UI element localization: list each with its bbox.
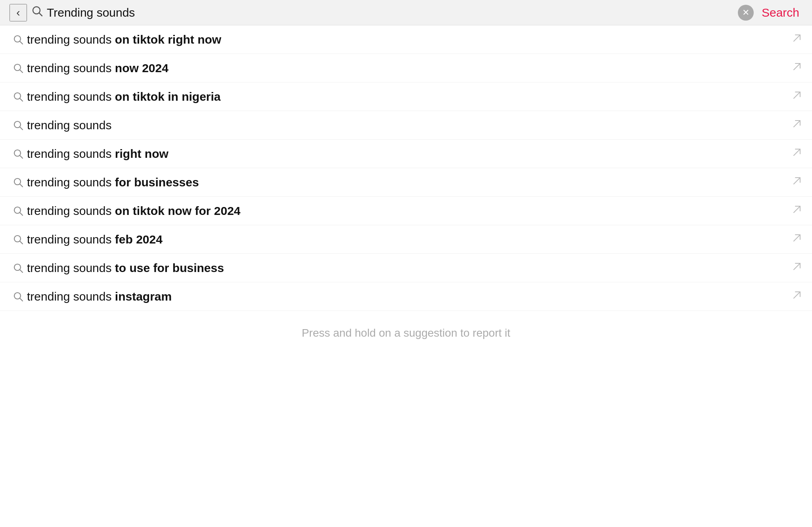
list-item[interactable]: trending sounds bbox=[0, 111, 812, 140]
list-item[interactable]: trending sounds now 2024 bbox=[0, 54, 812, 82]
svg-line-27 bbox=[20, 270, 23, 272]
search-header: ‹ Trending sounds ✕ Search bbox=[0, 0, 812, 25]
svg-line-28 bbox=[794, 263, 800, 270]
list-item[interactable]: trending sounds on tiktok in nigeria bbox=[0, 82, 812, 111]
arrow-icon bbox=[791, 33, 802, 46]
svg-line-16 bbox=[794, 149, 800, 155]
arrow-icon bbox=[791, 289, 802, 303]
back-arrow-icon: ‹ bbox=[16, 6, 20, 19]
arrow-icon bbox=[791, 118, 802, 132]
arrow-icon bbox=[791, 261, 802, 275]
back-button[interactable]: ‹ bbox=[10, 4, 27, 21]
svg-line-18 bbox=[20, 184, 23, 187]
search-icon bbox=[10, 120, 27, 130]
svg-line-21 bbox=[20, 213, 23, 215]
svg-line-10 bbox=[794, 92, 800, 98]
list-item[interactable]: trending sounds to use for business bbox=[0, 254, 812, 282]
suggestion-text: trending sounds right now bbox=[27, 147, 791, 161]
list-item[interactable]: trending sounds feb 2024 bbox=[0, 225, 812, 254]
arrow-icon bbox=[791, 175, 802, 189]
suggestion-text: trending sounds feb 2024 bbox=[27, 233, 791, 246]
svg-line-25 bbox=[794, 235, 800, 241]
search-icon bbox=[10, 63, 27, 73]
list-item[interactable]: trending sounds on tiktok now for 2024 bbox=[0, 197, 812, 225]
suggestion-text: trending sounds to use for business bbox=[27, 261, 791, 275]
arrow-icon bbox=[791, 147, 802, 161]
svg-line-1 bbox=[39, 13, 42, 16]
suggestion-text: trending sounds instagram bbox=[27, 290, 791, 303]
svg-line-22 bbox=[794, 206, 800, 213]
list-item[interactable]: trending sounds right now bbox=[0, 140, 812, 168]
clear-button[interactable]: ✕ bbox=[738, 5, 754, 21]
arrow-icon bbox=[791, 61, 802, 75]
search-icon bbox=[10, 92, 27, 102]
svg-line-24 bbox=[20, 241, 23, 244]
search-input-wrapper: Trending sounds ✕ bbox=[32, 5, 754, 21]
list-item[interactable]: trending sounds on tiktok right now bbox=[0, 25, 812, 54]
svg-line-6 bbox=[20, 70, 23, 73]
list-item[interactable]: trending sounds for businesses bbox=[0, 168, 812, 197]
svg-line-7 bbox=[794, 63, 800, 70]
suggestion-text: trending sounds on tiktok in nigeria bbox=[27, 90, 791, 103]
svg-line-31 bbox=[794, 292, 800, 298]
arrow-icon bbox=[791, 204, 802, 218]
svg-line-12 bbox=[20, 127, 23, 130]
search-input[interactable]: Trending sounds bbox=[47, 6, 734, 19]
list-item[interactable]: trending sounds instagram bbox=[0, 282, 812, 311]
search-icon bbox=[10, 263, 27, 273]
search-icon bbox=[10, 234, 27, 245]
svg-line-4 bbox=[794, 35, 800, 41]
search-icon bbox=[10, 149, 27, 159]
search-submit-button[interactable]: Search bbox=[758, 6, 802, 19]
clear-icon: ✕ bbox=[742, 8, 749, 17]
suggestion-text: trending sounds on tiktok right now bbox=[27, 33, 791, 46]
footer-hint: Press and hold on a suggestion to report… bbox=[0, 311, 812, 355]
search-icon bbox=[32, 6, 43, 19]
svg-line-30 bbox=[20, 298, 23, 301]
suggestion-text: trending sounds bbox=[27, 119, 791, 132]
search-icon bbox=[10, 206, 27, 216]
suggestion-text: trending sounds now 2024 bbox=[27, 61, 791, 75]
suggestion-text: trending sounds on tiktok now for 2024 bbox=[27, 204, 791, 218]
suggestion-text: trending sounds for businesses bbox=[27, 176, 791, 189]
arrow-icon bbox=[791, 90, 802, 103]
arrow-icon bbox=[791, 232, 802, 246]
svg-line-19 bbox=[794, 178, 800, 184]
svg-line-3 bbox=[20, 41, 23, 44]
svg-line-15 bbox=[20, 155, 23, 158]
suggestions-list: trending sounds on tiktok right now tren… bbox=[0, 25, 812, 311]
search-icon bbox=[10, 291, 27, 302]
svg-line-13 bbox=[794, 121, 800, 127]
search-icon bbox=[10, 34, 27, 45]
search-icon bbox=[10, 177, 27, 188]
svg-line-9 bbox=[20, 98, 23, 101]
